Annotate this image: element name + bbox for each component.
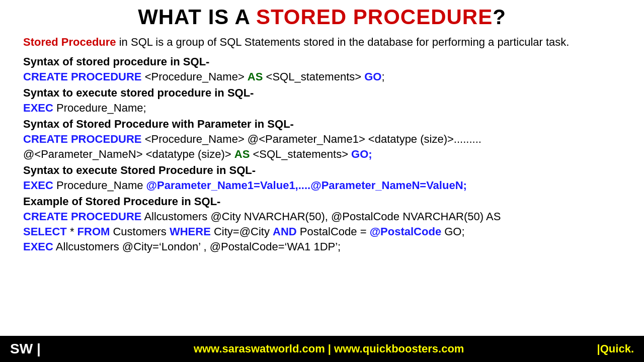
section-heading-3: Syntax to execute Stored Procedure in SQ…: [23, 164, 621, 177]
section-heading-0: Syntax of stored procedure in SQL-: [23, 55, 621, 68]
intro-rest: in SQL is a group of SQL Statements stor…: [116, 36, 570, 48]
code-line-1-0: EXEC Procedure_Name;: [23, 102, 621, 115]
main-content: WHAT IS A STORED PROCEDURE? Stored Proce…: [0, 0, 644, 253]
page-title: WHAT IS A STORED PROCEDURE?: [23, 5, 621, 29]
code-line-2-1: @<Parameter_NameN> <datatype (size)> AS …: [23, 148, 621, 161]
footer-center: www.saraswatworld.com | www.quickbooster…: [61, 342, 597, 355]
code-line-4-2: EXEC Allcustomers @City=‘London’ , @Post…: [23, 240, 621, 253]
title-prefix: WHAT IS A: [138, 5, 256, 29]
footer-right: |Quick.: [597, 342, 634, 355]
code-line-4-0: CREATE PROCEDURE Allcustomers @City NVAR…: [23, 210, 621, 223]
sections-container: Syntax of stored procedure in SQL-CREATE…: [23, 55, 621, 253]
code-line-2-0: CREATE PROCEDURE <Procedure_Name> @<Para…: [23, 133, 621, 146]
title-suffix: ?: [493, 5, 506, 29]
intro-paragraph: Stored Procedure in SQL is a group of SQ…: [23, 34, 621, 50]
footer: SW | www.saraswatworld.com | www.quickbo…: [0, 336, 644, 362]
intro-highlight: Stored Procedure: [23, 36, 116, 48]
code-line-0-0: CREATE PROCEDURE <Procedure_Name> AS <SQ…: [23, 70, 621, 83]
section-heading-2: Syntax of Stored Procedure with Paramete…: [23, 118, 621, 131]
footer-left: SW |: [10, 341, 41, 357]
title-highlight: STORED PROCEDURE: [256, 5, 493, 29]
code-line-4-1: SELECT * FROM Customers WHERE City=@City…: [23, 225, 621, 238]
section-heading-4: Example of Stored Procedure in SQL-: [23, 195, 621, 208]
section-heading-1: Syntax to execute stored procedure in SQ…: [23, 86, 621, 100]
code-line-3-0: EXEC Procedure_Name @Parameter_Name1=Val…: [23, 179, 621, 192]
footer-center-text: www.saraswatworld.com | www.quickbooster…: [194, 342, 464, 355]
